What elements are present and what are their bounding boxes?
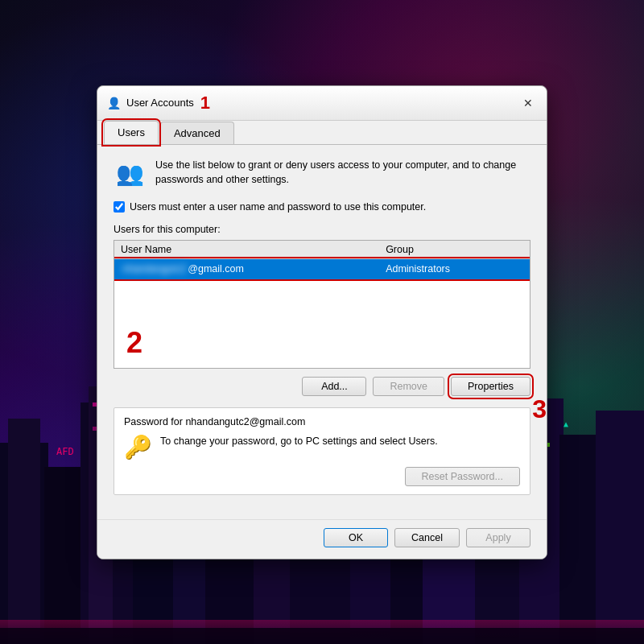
tab-users[interactable]: Users bbox=[104, 121, 159, 144]
dialog-footer: OK Cancel Apply bbox=[97, 519, 547, 559]
tab-advanced[interactable]: Advanced bbox=[160, 122, 234, 144]
password-section: Password for nhandangutc2@gmail.com 🔑 To… bbox=[114, 407, 530, 495]
ok-button[interactable]: OK bbox=[324, 528, 388, 547]
remove-button[interactable]: Remove bbox=[373, 377, 444, 396]
window-icon: 👤 bbox=[107, 97, 120, 109]
reset-password-button[interactable]: Reset Password... bbox=[405, 467, 520, 486]
password-icon: 🔑 bbox=[124, 434, 152, 460]
blurred-username: nhandangutc2 bbox=[121, 263, 188, 275]
password-section-title: Password for nhandangutc2@gmail.com bbox=[124, 416, 520, 427]
close-button[interactable]: ✕ bbox=[519, 94, 537, 112]
cancel-button[interactable]: Cancel bbox=[394, 528, 460, 547]
checkbox-row: Users must enter a user name and passwor… bbox=[114, 201, 530, 213]
annotation-2: 2 bbox=[126, 326, 142, 360]
users-section-label: Users for this computer: bbox=[114, 224, 530, 235]
cell-group: Administrators bbox=[379, 258, 530, 279]
properties-button[interactable]: Properties bbox=[451, 377, 530, 396]
title-bar: 👤 User Accounts 1 ✕ bbox=[97, 86, 547, 121]
dialog-overlay: 👤 User Accounts 1 ✕ Users Advanced 👥 Use… bbox=[0, 0, 644, 644]
password-content: 🔑 To change your password, go to PC sett… bbox=[124, 434, 520, 460]
users-table-container: User Name Group nhandangutc2@gmail.com A… bbox=[114, 240, 530, 369]
add-button[interactable]: Add... bbox=[302, 377, 366, 396]
col-group: Group bbox=[379, 241, 530, 259]
password-text: To change your password, go to PC settin… bbox=[160, 434, 438, 449]
must-enter-password-checkbox[interactable] bbox=[114, 201, 125, 213]
action-buttons-row: Add... Remove Properties 3 bbox=[114, 377, 530, 396]
users-table: User Name Group nhandangutc2@gmail.com A… bbox=[114, 241, 530, 280]
table-header-row: User Name Group bbox=[114, 241, 530, 259]
tabs-container: Users Advanced bbox=[97, 121, 547, 145]
password-btn-row: Reset Password... bbox=[124, 467, 520, 486]
apply-button[interactable]: Apply bbox=[466, 528, 530, 547]
table-row[interactable]: nhandangutc2@gmail.com Administrators bbox=[114, 258, 530, 279]
window-title: User Accounts bbox=[126, 97, 194, 109]
users-icon: 👥 bbox=[114, 158, 146, 190]
info-text: Use the list below to grant or deny user… bbox=[155, 158, 530, 188]
checkbox-label: Users must enter a user name and passwor… bbox=[130, 201, 426, 213]
annotation-1: 1 bbox=[200, 93, 210, 114]
dialog-body: 👥 Use the list below to grant or deny us… bbox=[97, 145, 547, 519]
cell-username: nhandangutc2@gmail.com bbox=[114, 258, 379, 279]
title-bar-left: 👤 User Accounts 1 bbox=[107, 93, 210, 114]
info-section: 👥 Use the list below to grant or deny us… bbox=[114, 158, 530, 190]
col-username: User Name bbox=[114, 241, 379, 259]
username-suffix: @gmail.com bbox=[188, 263, 244, 275]
annotation-3: 3 bbox=[532, 394, 547, 424]
user-accounts-dialog: 👤 User Accounts 1 ✕ Users Advanced 👥 Use… bbox=[97, 85, 547, 559]
